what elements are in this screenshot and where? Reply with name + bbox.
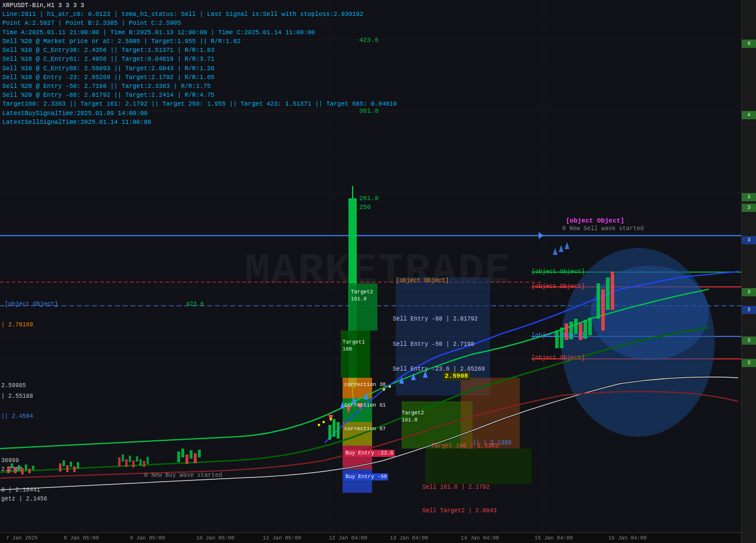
x-label-4: 11 Jan 05:00 — [263, 535, 301, 541]
badge-3-d: 3 — [742, 336, 756, 345]
svg-rect-35 — [14, 467, 17, 473]
svg-rect-66 — [560, 328, 563, 348]
svg-rect-22 — [343, 422, 372, 446]
svg-rect-70 — [579, 323, 582, 340]
svg-rect-44 — [70, 462, 72, 467]
svg-point-86 — [318, 424, 320, 426]
badge-3-blue2: 3 — [742, 306, 756, 314]
badge-4-top: 4 — [742, 40, 756, 48]
svg-rect-67 — [565, 323, 568, 340]
svg-rect-50 — [129, 456, 131, 462]
svg-rect-75 — [606, 277, 610, 310]
badge-3-b: 3 — [742, 204, 756, 212]
svg-rect-45 — [73, 466, 76, 472]
svg-rect-63 — [333, 419, 335, 437]
x-label-6: 13 Jan 04:00 — [390, 535, 428, 541]
svg-rect-33 — [7, 466, 9, 473]
svg-rect-53 — [139, 459, 142, 466]
svg-rect-25 — [349, 283, 377, 331]
svg-rect-24 — [343, 469, 372, 493]
svg-rect-36 — [18, 465, 20, 470]
svg-rect-37 — [21, 468, 24, 475]
svg-rect-38 — [25, 465, 27, 470]
x-label-2: 9 Jan 05:00 — [130, 535, 165, 541]
svg-rect-49 — [125, 459, 128, 467]
svg-rect-69 — [574, 319, 578, 333]
svg-rect-48 — [122, 454, 124, 462]
svg-rect-56 — [177, 452, 180, 462]
svg-rect-65 — [555, 331, 559, 348]
svg-marker-91 — [539, 232, 543, 239]
svg-rect-26 — [341, 331, 370, 378]
svg-rect-40 — [32, 466, 34, 470]
svg-rect-42 — [63, 460, 65, 466]
svg-rect-58 — [185, 454, 188, 464]
x-label-0: 7 Jan 2025 — [6, 535, 38, 541]
svg-rect-29 — [425, 449, 532, 484]
svg-rect-46 — [77, 462, 79, 469]
badge-3-e: 3 — [742, 359, 756, 367]
x-label-1: 8 Jan 05:00 — [64, 535, 99, 541]
svg-rect-47 — [118, 457, 120, 466]
badge-3-blue: 3 — [742, 236, 756, 244]
svg-rect-34 — [11, 463, 13, 468]
badge-3-a: 3 — [742, 193, 756, 201]
svg-point-88 — [330, 418, 332, 420]
svg-rect-57 — [181, 449, 184, 457]
svg-marker-93 — [559, 245, 563, 252]
x-label-9: 16 Jan 04:00 — [608, 535, 647, 541]
svg-rect-73 — [597, 283, 600, 319]
x-axis: 7 Jan 2025 8 Jan 05:00 9 Jan 05:00 10 Ja… — [0, 532, 741, 543]
svg-rect-76 — [611, 272, 614, 310]
svg-rect-32 — [461, 378, 520, 449]
x-label-3: 10 Jan 05:00 — [196, 535, 234, 541]
svg-point-87 — [322, 421, 325, 423]
svg-rect-61 — [198, 450, 201, 457]
svg-rect-39 — [28, 469, 31, 473]
svg-rect-41 — [59, 463, 61, 472]
svg-rect-59 — [190, 450, 193, 459]
svg-marker-94 — [565, 242, 569, 249]
svg-point-90 — [389, 385, 391, 388]
svg-marker-92 — [553, 248, 558, 255]
svg-rect-68 — [569, 322, 573, 339]
svg-rect-52 — [136, 456, 138, 462]
x-label-7: 14 Jan 04:00 — [461, 535, 499, 541]
chart-container: MARKETRADE — [0, 0, 756, 543]
svg-rect-54 — [143, 461, 145, 467]
svg-rect-55 — [146, 457, 149, 464]
svg-rect-43 — [66, 465, 69, 472]
x-label-8: 15 Jan 04:00 — [535, 535, 573, 541]
svg-rect-72 — [588, 318, 592, 335]
svg-rect-60 — [194, 453, 197, 463]
svg-rect-51 — [132, 460, 135, 467]
svg-rect-71 — [584, 320, 587, 339]
svg-rect-21 — [343, 398, 372, 422]
svg-point-89 — [383, 388, 385, 391]
chart-svg — [0, 0, 741, 532]
svg-rect-62 — [328, 425, 331, 440]
badge-4-mid: 4 — [742, 111, 756, 119]
right-sidebar: 4 4 3 3 3 3 3 3 3 — [741, 0, 756, 543]
badge-3-c: 3 — [742, 288, 756, 296]
x-label-5: 12 Jan 04:00 — [329, 535, 367, 541]
svg-rect-74 — [601, 289, 605, 331]
svg-rect-64 — [337, 422, 340, 439]
